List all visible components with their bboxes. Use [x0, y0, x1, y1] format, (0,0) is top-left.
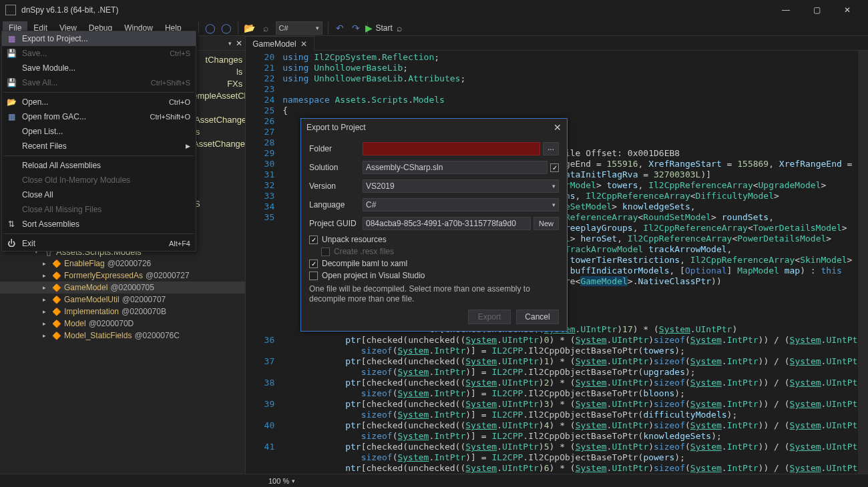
code-line[interactable]: 20using Il2CppSystem.Reflection;: [246, 52, 868, 63]
tree-class[interactable]: ▸🔶FormerlyExpressedAs @02000727: [0, 270, 245, 282]
file-menu-close-all[interactable]: Close All: [2, 187, 196, 202]
file-menu-open-gac[interactable]: ▦Open from GAC...Ctrl+Shift+O: [2, 109, 196, 124]
code-line[interactable]: 39 ptr[checked(unchecked((System.UIntPtr…: [246, 399, 868, 410]
resx-label: Create .resx files: [334, 247, 394, 256]
undo-icon[interactable]: ↶: [334, 22, 346, 34]
code-line[interactable]: 37 ptr[checked(unchecked((System.UIntPtr…: [246, 356, 868, 367]
guid-input[interactable]: [363, 217, 531, 230]
tab-close-icon[interactable]: ✕: [300, 39, 307, 49]
file-menu-sort[interactable]: ⇅Sort Assemblies: [2, 217, 196, 231]
version-label: Version: [309, 181, 363, 191]
code-line[interactable]: 21using UnhollowerBaseLib;: [246, 63, 868, 73]
tree-class[interactable]: ▸🔶Model_StaticFields @0200076C: [0, 330, 245, 342]
resx-checkbox: [321, 248, 330, 256]
code-line[interactable]: 24namespace Assets.Scripts.Models: [246, 95, 868, 105]
code-line[interactable]: 41 ptr[checked(unchecked((System.UIntPtr…: [246, 442, 868, 452]
gac-icon: ▦: [6, 112, 17, 121]
language-select[interactable]: C#▾: [363, 198, 559, 211]
tree-class[interactable]: ▸🔶GameModel @02000705: [0, 282, 245, 294]
code-line[interactable]: sizeof(System.IntPtr)] = IL2CPP.Il2CppOb…: [246, 431, 868, 442]
export-dialog: Export to Project ✕ Folder ... Solution …: [300, 118, 568, 332]
nav-fwd-icon[interactable]: ◯: [220, 22, 232, 34]
file-menu-open-list[interactable]: Open List...: [2, 124, 196, 139]
code-fragment: ppReferenceArray<RoundSetModel> roundSet…: [554, 212, 857, 223]
baml-checkbox[interactable]: [309, 260, 318, 268]
code-line[interactable]: sizeof(System.IntPtr)] = IL2CPP.Il2CppOb…: [246, 388, 868, 399]
solution-checkbox[interactable]: [550, 163, 559, 172]
file-menu-reload[interactable]: Reload All Assemblies: [2, 158, 196, 173]
export-icon: ▦: [6, 34, 17, 43]
code-line[interactable]: 36 ptr[checked(unchecked((System.UIntPtr…: [246, 335, 868, 346]
panel-caret-icon[interactable]: ▾: [228, 40, 232, 47]
file-menu-exit[interactable]: ⏻ExitAlt+F4: [2, 236, 196, 251]
chevron-down-icon: ▾: [316, 25, 319, 31]
start-button[interactable]: ▶ Start: [373, 22, 385, 34]
file-menu-close-old: Close Old In-Memory Modules: [2, 173, 196, 187]
code-fragment: del> heroSet, Il2CppReferenceArray<Power…: [554, 233, 857, 244]
tab-gamemodel[interactable]: GameModel✕: [246, 36, 314, 51]
file-menu-save-module[interactable]: Save Module...: [2, 61, 196, 75]
editor-scrollbar[interactable]: [858, 51, 868, 474]
unpack-checkbox[interactable]: [309, 235, 318, 244]
chevron-down-icon: ▾: [552, 183, 556, 189]
open-folder-icon: 📂: [6, 97, 17, 107]
file-menu-open[interactable]: 📂Open...Ctrl+O: [2, 95, 196, 109]
code-fragment: werModel> towers, Il2CppReferenceArray<U…: [554, 180, 857, 191]
browse-button[interactable]: ...: [543, 142, 559, 155]
minimize-button[interactable]: —: [771, 0, 801, 20]
code-line[interactable]: sizeof(System.IntPtr)] = IL2CPP.Il2CppOb…: [246, 452, 868, 463]
close-button[interactable]: ✕: [832, 0, 863, 20]
file-menu-recent[interactable]: Recent Files▶: [2, 139, 196, 153]
tree-class[interactable]: ▸🔶Implementation @0200070B: [0, 306, 245, 318]
panel-close-icon[interactable]: ✕: [236, 39, 242, 48]
search-icon[interactable]: ⌕: [393, 22, 405, 34]
code-fragment: freeplayGroups, Il2CppReferenceArray<Tow…: [554, 223, 857, 233]
code-fragment: , TrackArrowModel trackArrowModel,: [554, 244, 857, 255]
baml-label: Decompile baml to xaml: [322, 259, 407, 268]
code-line[interactable]: 38 ptr[checked(unchecked((System.UIntPtr…: [246, 378, 868, 388]
redo-icon[interactable]: ↷: [350, 22, 362, 34]
code-line[interactable]: 22using UnhollowerBaseLib.Attributes;: [246, 73, 868, 84]
zoom-caret-icon[interactable]: ▾: [292, 478, 295, 484]
chevron-down-icon: ▾: [552, 201, 556, 208]
dialog-help-text: One file will be decompiled. Select more…: [309, 284, 559, 304]
code-fragment: angeEnd = 155916, XrefRangeStart = 15586…: [554, 159, 857, 169]
sort-icon: ⇅: [6, 219, 17, 229]
code-line[interactable]: sizeof(System.IntPtr)] = IL2CPP.Il2CppOb…: [246, 346, 868, 356]
version-select[interactable]: VS2019▾: [363, 179, 559, 193]
cancel-button[interactable]: Cancel: [516, 310, 559, 324]
file-menu-save: 💾Save...Ctrl+S: [2, 46, 196, 61]
app-title: dnSpy v6.1.8 (64-bit, .NET): [21, 5, 118, 15]
solution-input[interactable]: [363, 161, 548, 174]
code-fragment: l> buffIndicatorModels, [Optional] MapMo…: [554, 266, 857, 276]
zoom-level: 100 %: [268, 477, 289, 485]
file-menu-export[interactable]: ▦Export to Project...: [2, 31, 196, 46]
title-bar: dnSpy v6.1.8 (64-bit, .NET) — ▢ ✕: [0, 0, 868, 20]
tree-class[interactable]: ▸🔶EnableFlag @02000726: [0, 258, 245, 270]
nav-back-icon[interactable]: ◯: [204, 22, 216, 34]
tree-class[interactable]: ▸🔶GameModelUtil @02000707: [0, 294, 245, 306]
new-guid-button[interactable]: New: [533, 217, 559, 230]
dialog-close-icon[interactable]: ✕: [554, 122, 562, 133]
code-line[interactable]: ntr[checked(unchecked((System.UIntPtr)6)…: [246, 463, 868, 474]
tree-class[interactable]: ▸🔶Model @0200070D: [0, 318, 245, 330]
code-line[interactable]: sizeof(System.IntPtr)] = IL2CPP.Il2CppOb…: [246, 410, 868, 420]
export-button: Export: [468, 310, 511, 324]
exit-icon: ⏻: [6, 239, 17, 248]
search-nav-icon[interactable]: ⌕: [260, 22, 272, 34]
code-fragment: adataInitFlagRva = 32700303L)]: [554, 169, 857, 180]
app-icon: [5, 5, 16, 15]
code-line[interactable]: 25{: [246, 105, 868, 116]
code-fragment: dgeSetModel> knowledgeSets,: [554, 201, 857, 212]
maximize-button[interactable]: ▢: [801, 0, 832, 20]
code-fragment: File Offset: 0x001D6EB8: [554, 148, 857, 159]
code-line[interactable]: 40 ptr[checked(unchecked((System.UIntPtr…: [246, 420, 868, 431]
open-icon[interactable]: 📂: [244, 22, 256, 34]
folder-input[interactable]: [363, 142, 540, 155]
guid-label: Project GUID: [309, 219, 363, 228]
code-line[interactable]: sizeof(System.IntPtr)] = IL2CPP.Il2CppOb…: [246, 367, 868, 378]
save-all-icon: 💾: [6, 78, 17, 87]
openvs-checkbox[interactable]: [309, 272, 318, 280]
code-line[interactable]: 23: [246, 84, 868, 95]
language-selector[interactable]: C#▾: [276, 21, 322, 35]
